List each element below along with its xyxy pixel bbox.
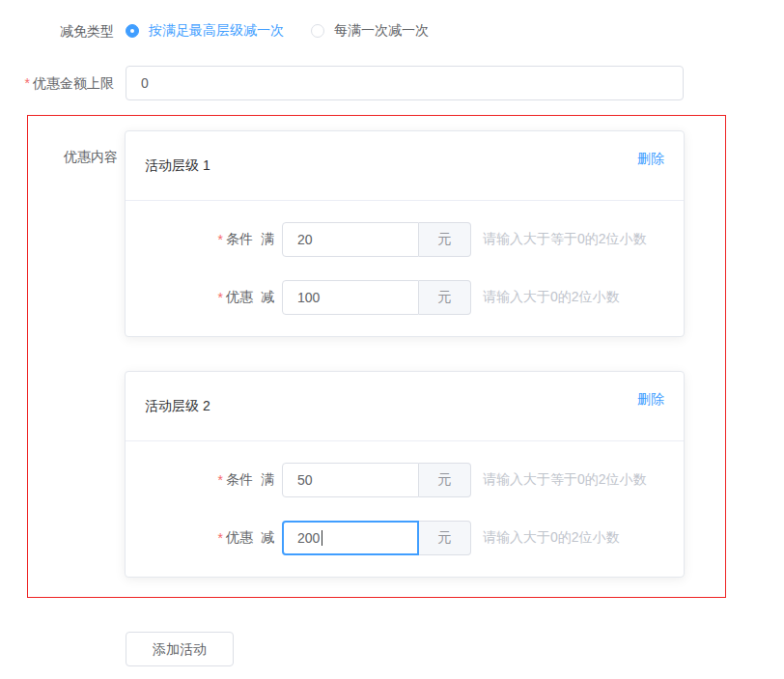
required-mark: * [218, 232, 223, 247]
tier-card-title: 活动层级 1 [145, 157, 210, 175]
radio-option-label: 每满一次减一次 [334, 22, 429, 40]
radio-selected-icon [126, 24, 139, 38]
tier-delete-button[interactable]: 删除 [637, 149, 664, 168]
condition-input-group: 元 [282, 222, 471, 257]
condition-input-group: 元 [282, 463, 471, 497]
discount-row: *优惠减 200 元 请输入大于0的2位小数 [145, 521, 664, 555]
promo-content-section: 优惠内容 活动层级 1 删除 *条件满 元 [27, 115, 726, 598]
radio-option-label: 按满足最高层级减一次 [149, 22, 284, 40]
tier-card-1: 活动层级 1 删除 *条件满 元 请输入大于等于0的2位小数 [125, 130, 685, 337]
add-activity-row: 添加活动 [126, 632, 784, 666]
radio-option-highest-tier[interactable]: 按满足最高层级减一次 [126, 22, 284, 40]
required-mark: * [25, 75, 30, 91]
tier-card-2: 活动层级 2 删除 *条件满 元 请输入大于等于0的2位小数 [125, 371, 685, 578]
tier-card-header: 活动层级 1 删除 [126, 131, 684, 201]
condition-row: *条件满 元 请输入大于等于0的2位小数 [145, 463, 664, 497]
text-cursor [322, 530, 322, 546]
required-mark: * [218, 290, 223, 305]
discount-input[interactable] [282, 280, 419, 315]
discount-row: *优惠减 元 请输入大于0的2位小数 [145, 280, 664, 315]
tier-card-body: *条件满 元 请输入大于等于0的2位小数 *优惠减 [126, 201, 684, 336]
tier-delete-button[interactable]: 删除 [637, 389, 664, 409]
reduction-type-radio-group: 按满足最高层级减一次 每满一次减一次 [126, 22, 429, 40]
discount-label: *优惠减 [145, 529, 274, 547]
discount-limit-label: *优惠金额上限 [0, 73, 126, 93]
discount-limit-input[interactable] [126, 66, 684, 100]
add-activity-button[interactable]: 添加活动 [126, 632, 234, 666]
unit-yuan: 元 [419, 222, 471, 257]
radio-option-every-time[interactable]: 每满一次减一次 [311, 22, 429, 40]
condition-label: *条件满 [145, 231, 274, 248]
promotion-form: 减免类型 按满足最高层级减一次 每满一次减一次 *优惠金额上限 优惠内容 活动层… [0, 0, 784, 666]
tier-cards: 活动层级 1 删除 *条件满 元 请输入大于等于0的2位小数 [125, 130, 685, 578]
tier-card-header: 活动层级 2 删除 [126, 372, 684, 441]
condition-row: *条件满 元 请输入大于等于0的2位小数 [145, 222, 664, 257]
discount-prefix: 减 [261, 289, 274, 306]
promo-content-label: 优惠内容 [28, 130, 125, 578]
reduction-type-row: 减免类型 按满足最高层级减一次 每满一次减一次 [0, 21, 784, 41]
condition-hint: 请输入大于等于0的2位小数 [483, 231, 647, 248]
radio-unselected-icon [311, 24, 324, 38]
condition-input[interactable] [282, 463, 419, 497]
discount-input-focused[interactable]: 200 [282, 521, 419, 555]
tier-card-title: 活动层级 2 [145, 398, 210, 415]
condition-hint: 请输入大于等于0的2位小数 [483, 471, 647, 489]
discount-prefix: 减 [261, 529, 274, 547]
required-mark: * [218, 472, 223, 488]
unit-yuan: 元 [419, 463, 471, 497]
discount-label: *优惠减 [145, 289, 274, 306]
condition-prefix: 满 [261, 231, 274, 248]
discount-hint: 请输入大于0的2位小数 [483, 529, 620, 547]
discount-input-group: 元 [282, 280, 471, 315]
tier-card-body: *条件满 元 请输入大于等于0的2位小数 *优惠减 [126, 441, 684, 577]
discount-input-group: 200 元 [282, 521, 471, 555]
required-mark: * [218, 530, 223, 546]
condition-input[interactable] [282, 222, 419, 257]
discount-hint: 请输入大于0的2位小数 [483, 289, 620, 306]
unit-yuan: 元 [419, 280, 471, 315]
condition-label: *条件满 [145, 471, 274, 489]
unit-yuan: 元 [419, 521, 471, 555]
discount-input-value: 200 [297, 530, 320, 546]
condition-prefix: 满 [261, 471, 274, 489]
reduction-type-label: 减免类型 [0, 21, 126, 41]
discount-limit-row: *优惠金额上限 [0, 66, 784, 100]
